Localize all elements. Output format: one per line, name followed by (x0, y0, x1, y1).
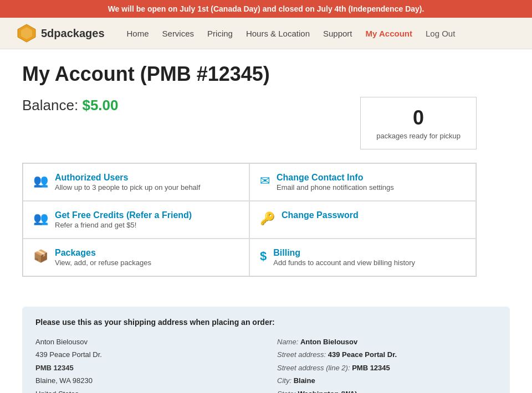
authorized-users-cell[interactable]: 👥 Authorized Users Allow up to 3 people … (23, 163, 249, 201)
banner-text: We will be open on July 1st (Canada Day)… (108, 4, 424, 13)
nav-services[interactable]: Services (162, 29, 195, 38)
shipping-right-city: City: Blaine (277, 374, 497, 387)
packages-cell[interactable]: 📦 Packages View, add, or refuse packages (23, 239, 249, 276)
shipping-col-right: Name: Anton Bielousov Street address: 43… (277, 335, 497, 393)
email-icon: ✉ (260, 174, 270, 188)
balance-value: $5.00 (82, 97, 118, 113)
shipping-pmb: PMB 12345 (35, 361, 255, 374)
nav-links: Home Services Pricing Hours & Location S… (127, 29, 515, 38)
shipping-col-left: Anton Bielousov 439 Peace Portal Dr. PMB… (35, 335, 255, 393)
balance-display: Balance: $5.00 (22, 97, 119, 114)
packages-desc: View, add, or refuse packages (55, 258, 151, 267)
shipping-columns: Anton Bielousov 439 Peace Portal Dr. PMB… (35, 335, 497, 393)
nav-hours-location[interactable]: Hours & Location (246, 29, 310, 38)
change-password-cell[interactable]: 🔑 Change Password (249, 201, 476, 239)
packages-label: packages ready for pickup (376, 132, 461, 140)
logo-text: 5dpackages (41, 27, 105, 40)
logo-icon (17, 23, 37, 43)
billing-cell[interactable]: $ Billing Add funds to account and view … (249, 239, 476, 276)
shipping-right-street: Street address: 439 Peace Portal Dr. (277, 348, 497, 361)
password-icon: 🔑 (260, 211, 275, 226)
page-title: My Account (PMB #12345) (22, 63, 477, 86)
packages-box: 0 packages ready for pickup (360, 97, 477, 149)
users-icon: 👥 (33, 174, 48, 188)
shipping-city: Blaine, WA 98230 (35, 374, 255, 387)
nav-support[interactable]: Support (323, 29, 352, 38)
billing-title: Billing (273, 248, 415, 258)
packages-count: 0 (376, 106, 461, 130)
balance-label: Balance: (22, 97, 78, 113)
authorized-users-title: Authorized Users (55, 173, 200, 183)
change-password-title: Change Password (282, 210, 359, 220)
main-content: My Account (PMB #12345) Balance: $5.00 0… (0, 49, 499, 307)
nav-my-account[interactable]: My Account (366, 29, 412, 38)
shipping-country: United States (35, 387, 255, 393)
billing-icon: $ (260, 249, 267, 263)
shipping-right-name: Name: Anton Bielousov (277, 335, 497, 348)
packages-title: Packages (55, 248, 151, 258)
billing-desc: Add funds to account and view billing hi… (273, 258, 415, 267)
account-grid: 👥 Authorized Users Allow up to 3 people … (22, 163, 477, 277)
referral-title: Get Free Credits (Refer a Friend) (55, 210, 192, 220)
nav-pricing[interactable]: Pricing (207, 29, 233, 38)
shipping-title: Please use this as your shipping address… (35, 318, 497, 327)
referral-desc: Refer a friend and get $5! (55, 221, 136, 229)
authorized-users-desc: Allow up to 3 people to pick up on your … (55, 183, 200, 192)
change-contact-title: Change Contact Info (277, 173, 394, 183)
shipping-right-street2: Street address (line 2): PMB 12345 (277, 361, 497, 374)
change-contact-cell[interactable]: ✉ Change Contact Info Email and phone no… (249, 163, 476, 201)
change-contact-desc: Email and phone notification settings (277, 183, 394, 192)
balance-row: Balance: $5.00 0 packages ready for pick… (22, 97, 477, 149)
nav-logout[interactable]: Log Out (426, 29, 455, 38)
navigation: 5dpackages Home Services Pricing Hours &… (0, 18, 532, 49)
shipping-right-state: State: Washington (WA) (277, 387, 497, 393)
announcement-banner: We will be open on July 1st (Canada Day)… (0, 0, 532, 18)
nav-home[interactable]: Home (127, 29, 149, 38)
shipping-section: Please use this as your shipping address… (22, 307, 510, 393)
logo[interactable]: 5dpackages (17, 23, 105, 43)
referral-cell[interactable]: 👥 Get Free Credits (Refer a Friend) Refe… (23, 201, 249, 239)
referral-icon: 👥 (33, 211, 48, 226)
shipping-name: Anton Bielousov (35, 335, 255, 348)
shipping-street: 439 Peace Portal Dr. (35, 348, 255, 361)
packages-icon: 📦 (33, 249, 48, 263)
